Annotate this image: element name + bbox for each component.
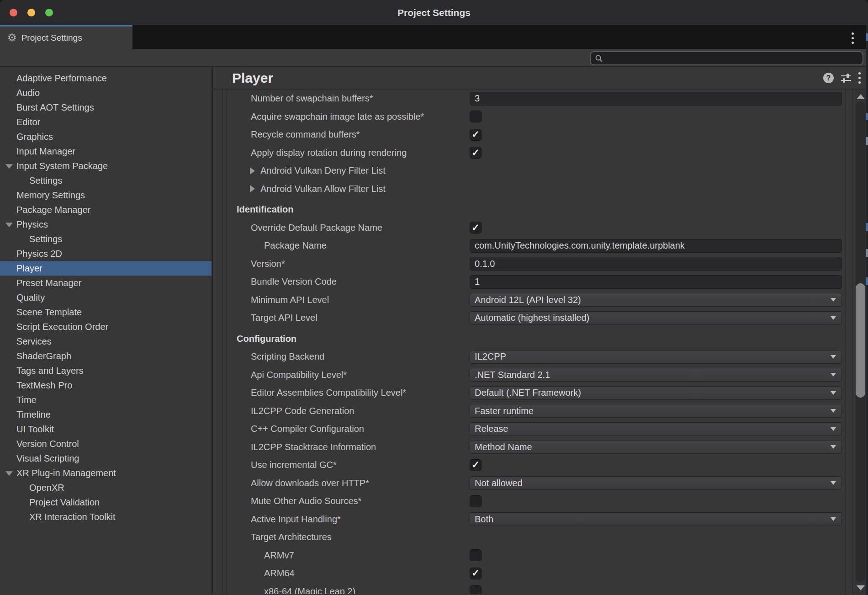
- sidebar-item-script-execution-order[interactable]: Script Execution Order: [0, 319, 212, 334]
- dropdown-editor-assemblies-compatibility-level[interactable]: Default (.NET Framework): [470, 386, 842, 400]
- checkbox-arm64[interactable]: ✓: [470, 568, 482, 579]
- sidebar-item-label: ShaderGraph: [16, 351, 71, 361]
- search-box[interactable]: [590, 51, 863, 65]
- settings-row-editor-assemblies-compatibility-level: Editor Assemblies Compatibility Level*De…: [213, 384, 852, 402]
- settings-row-acquire-swapchain-image-late-as-possible: Acquire swapchain image late as possible…: [213, 108, 852, 126]
- search-input[interactable]: [603, 53, 850, 64]
- sidebar-item-label: UI Toolkit: [16, 424, 54, 435]
- sidebar-item-settings[interactable]: Settings: [0, 173, 212, 188]
- sidebar-item-textmesh-pro[interactable]: TextMesh Pro: [0, 378, 212, 393]
- help-icon[interactable]: ?: [823, 73, 834, 83]
- settings-row-c-compiler-configuration: C++ Compiler ConfigurationRelease: [213, 420, 852, 438]
- field-label: Package Name: [213, 240, 470, 251]
- sidebar-item-memory-settings[interactable]: Memory Settings: [0, 188, 212, 202]
- scrollbar-thumb[interactable]: [856, 283, 865, 398]
- dropdown-minimum-api-level[interactable]: Android 12L (API level 32): [470, 293, 842, 307]
- row-control: Automatic (highest installed): [470, 311, 842, 325]
- sidebar-item-quality[interactable]: Quality: [0, 290, 212, 305]
- chevron-down-icon[interactable]: [5, 164, 13, 169]
- panel-kebab-menu-icon[interactable]: [858, 72, 861, 84]
- dropdown-il2cpp-code-generation[interactable]: Faster runtime: [470, 404, 842, 418]
- sidebar-item-input-manager[interactable]: Input Manager: [0, 144, 212, 159]
- sidebar-item-project-validation[interactable]: Project Validation: [0, 495, 212, 510]
- dropdown-active-input-handling[interactable]: Both: [470, 512, 842, 526]
- sidebar-item-shadergraph[interactable]: ShaderGraph: [0, 349, 212, 363]
- sidebar-item-ui-toolkit[interactable]: UI Toolkit: [0, 422, 212, 436]
- tab-project-settings[interactable]: ⚙ Project Settings: [0, 25, 132, 49]
- dropdown-api-compatibility-level[interactable]: .NET Standard 2.1: [470, 368, 842, 382]
- sidebar-item-label: Services: [16, 336, 52, 347]
- checkbox-override-default-package-name[interactable]: ✓: [470, 222, 482, 234]
- row-control: Method Name: [470, 440, 842, 454]
- text-field-number-of-swapchain-buffers[interactable]: 3: [470, 92, 842, 106]
- sidebar-item-label: Timeline: [16, 409, 51, 420]
- field-label: Allow downloads over HTTP*: [213, 478, 470, 489]
- foldout-label[interactable]: Android Vulkan Deny Filter List: [213, 165, 470, 176]
- settings-row-active-input-handling: Active Input Handling*Both: [213, 510, 852, 529]
- sidebar-item-physics-2d[interactable]: Physics 2D: [0, 246, 212, 261]
- sidebar-item-label: Package Manager: [16, 205, 90, 215]
- sidebar-item-visual-scripting[interactable]: Visual Scripting: [0, 451, 212, 466]
- sidebar-item-player[interactable]: Player: [0, 261, 212, 276]
- titlebar: Project Settings: [0, 0, 868, 25]
- sidebar-item-label: OpenXR: [29, 483, 64, 493]
- sidebar-item-settings[interactable]: Settings: [0, 232, 212, 246]
- text-field-bundle-version-code[interactable]: 1: [470, 275, 842, 289]
- sidebar-item-time[interactable]: Time: [0, 393, 212, 407]
- checkbox-apply-display-rotation-during-rendering[interactable]: ✓: [470, 147, 482, 159]
- field-label: Bundle Version Code: [213, 276, 470, 287]
- chevron-down-icon[interactable]: [5, 223, 13, 227]
- dropdown-allow-downloads-over-http[interactable]: Not allowed: [470, 476, 842, 490]
- sidebar-item-input-system-package[interactable]: Input System Package: [0, 159, 212, 173]
- vertical-scrollbar[interactable]: [852, 90, 868, 594]
- sidebar-item-version-control[interactable]: Version Control: [0, 436, 212, 451]
- checkbox-acquire-swapchain-image-late-as-possible[interactable]: [470, 111, 482, 122]
- sidebar-item-label: XR Interaction Toolkit: [29, 512, 116, 522]
- foldout-label[interactable]: Android Vulkan Allow Filter List: [213, 184, 470, 194]
- scroll-down-arrow-icon[interactable]: [857, 585, 865, 590]
- row-control: Faster runtime: [470, 404, 842, 418]
- dropdown-arrow-icon: [831, 298, 836, 302]
- scroll-up-arrow-icon[interactable]: [857, 94, 865, 99]
- checkbox-armv7[interactable]: [470, 549, 482, 561]
- text-field-version[interactable]: 0.1.0: [470, 257, 842, 271]
- sidebar-item-burst-aot-settings[interactable]: Burst AOT Settings: [0, 100, 212, 115]
- field-label: Api Compatibility Level*: [213, 370, 470, 380]
- settings-row-target-api-level: Target API LevelAutomatic (highest insta…: [213, 309, 852, 327]
- sidebar-item-adaptive-performance[interactable]: Adaptive Performance: [0, 71, 212, 85]
- checkbox-use-incremental-gc[interactable]: ✓: [470, 459, 482, 471]
- presets-icon[interactable]: [841, 74, 851, 83]
- sidebar-item-scene-template[interactable]: Scene Template: [0, 305, 212, 319]
- dropdown-il2cpp-stacktrace-information[interactable]: Method Name: [470, 440, 842, 454]
- sidebar-item-tags-and-layers[interactable]: Tags and Layers: [0, 363, 212, 378]
- sidebar-item-graphics[interactable]: Graphics: [0, 129, 212, 144]
- sidebar-item-xr-plug-in-management[interactable]: XR Plug-in Management: [0, 466, 212, 480]
- panel-header: Player ?: [213, 67, 868, 90]
- sidebar-item-label: Player: [16, 263, 42, 274]
- sidebar-item-audio[interactable]: Audio: [0, 85, 212, 100]
- checkbox-recycle-command-buffers[interactable]: ✓: [470, 129, 482, 141]
- dropdown-c-compiler-configuration[interactable]: Release: [470, 422, 842, 436]
- chevron-down-icon[interactable]: [5, 471, 13, 476]
- sidebar-item-openxr[interactable]: OpenXR: [0, 480, 212, 495]
- checkbox-x86-64-magic-leap-2[interactable]: [470, 585, 482, 594]
- settings-row-version: Version*0.1.0: [213, 255, 852, 273]
- sidebar-item-preset-manager[interactable]: Preset Manager: [0, 276, 212, 290]
- dropdown-target-api-level[interactable]: Automatic (highest installed): [470, 311, 842, 325]
- sidebar-item-timeline[interactable]: Timeline: [0, 407, 212, 422]
- search-icon: [595, 54, 603, 63]
- checkbox-mute-other-audio-sources[interactable]: [470, 495, 482, 507]
- sidebar-item-package-manager[interactable]: Package Manager: [0, 202, 212, 217]
- sidebar-item-xr-interaction-toolkit[interactable]: XR Interaction Toolkit: [0, 510, 212, 524]
- text-field-package-name[interactable]: com.UnityTechnologies.com.unity.template…: [470, 239, 842, 253]
- field-label: Recycle command buffers*: [213, 129, 470, 140]
- chevron-right-icon[interactable]: [250, 167, 255, 175]
- chevron-right-icon[interactable]: [250, 185, 255, 192]
- field-label: Number of swapchain buffers*: [213, 93, 470, 104]
- tabstrip-kebab-menu-icon[interactable]: [852, 32, 854, 44]
- sidebar-item-editor[interactable]: Editor: [0, 115, 212, 129]
- dropdown-scripting-backend[interactable]: IL2CPP: [470, 350, 842, 364]
- sidebar-item-physics[interactable]: Physics: [0, 217, 212, 232]
- field-label: Target Architectures: [213, 532, 470, 542]
- sidebar-item-services[interactable]: Services: [0, 334, 212, 349]
